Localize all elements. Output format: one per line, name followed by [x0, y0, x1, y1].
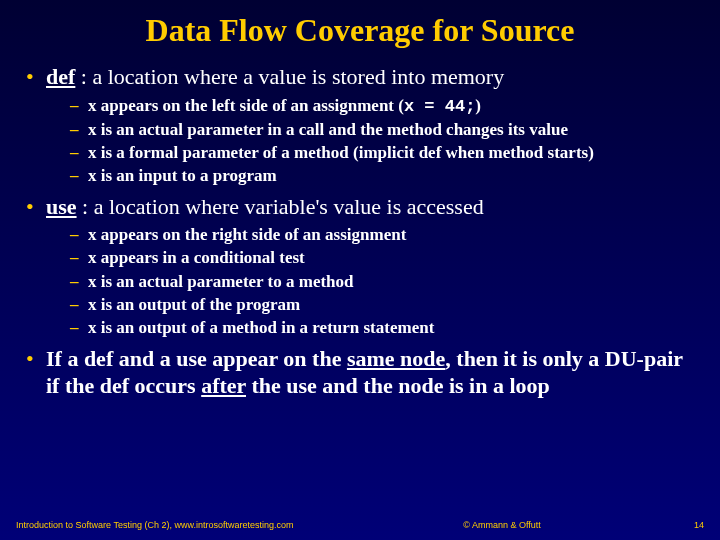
- list-item: –x is a formal parameter of a method (im…: [70, 142, 700, 164]
- sub-list-use: –x appears on the right side of an assig…: [26, 224, 700, 338]
- sub-text: x is an actual parameter in a call and t…: [88, 119, 568, 141]
- lb-p1: If a def and a use appear on the: [46, 346, 347, 371]
- bullet-text: use : a location where variable's value …: [46, 193, 484, 221]
- term-use: use: [46, 194, 77, 219]
- dash-icon: –: [70, 247, 88, 269]
- dash-icon: –: [70, 294, 88, 316]
- rest-def: : a location where a value is stored int…: [75, 64, 504, 89]
- list-item: –x is an output of a method in a return …: [70, 317, 700, 339]
- bullet-text: def : a location where a value is stored…: [46, 63, 504, 91]
- dash-icon: –: [70, 119, 88, 141]
- sub-text: x appears in a conditional test: [88, 247, 305, 269]
- dash-icon: –: [70, 165, 88, 187]
- code-fragment: x = 44;: [404, 97, 475, 116]
- list-item: –x is an actual parameter in a call and …: [70, 119, 700, 141]
- sub-text: x is an output of the program: [88, 294, 300, 316]
- sub-text: x appears on the left side of an assignm…: [88, 95, 481, 118]
- sub-text: x is a formal parameter of a method (imp…: [88, 142, 594, 164]
- sub-text: x is an output of a method in a return s…: [88, 317, 434, 339]
- lb-u2: after: [201, 373, 246, 398]
- bullet-text: If a def and a use appear on the same no…: [46, 345, 700, 400]
- lb-u1: same node: [347, 346, 445, 371]
- footer-page-number: 14: [664, 520, 704, 530]
- slide-title: Data Flow Coverage for Source: [20, 12, 700, 49]
- sub-pre: x appears on the left side of an assignm…: [88, 96, 404, 115]
- dash-icon: –: [70, 224, 88, 246]
- list-item: –x is an actual parameter to a method: [70, 271, 700, 293]
- list-item: –x appears on the right side of an assig…: [70, 224, 700, 246]
- footer: Introduction to Software Testing (Ch 2),…: [0, 520, 720, 530]
- dash-icon: –: [70, 142, 88, 164]
- sub-post: ): [475, 96, 481, 115]
- sub-list-def: –x appears on the left side of an assign…: [26, 95, 700, 187]
- bullet-row: • use : a location where variable's valu…: [26, 193, 700, 221]
- list-item: –x appears on the left side of an assign…: [70, 95, 700, 118]
- bullet-icon: •: [26, 345, 46, 373]
- list-item: –x appears in a conditional test: [70, 247, 700, 269]
- bullet-row: • def : a location where a value is stor…: [26, 63, 700, 91]
- bullet-du-pair: • If a def and a use appear on the same …: [26, 345, 700, 400]
- bullet-icon: •: [26, 193, 46, 221]
- bullet-row: • If a def and a use appear on the same …: [26, 345, 700, 400]
- dash-icon: –: [70, 95, 88, 117]
- list-item: –x is an output of the program: [70, 294, 700, 316]
- footer-left: Introduction to Software Testing (Ch 2),…: [16, 520, 340, 530]
- sub-text: x is an input to a program: [88, 165, 277, 187]
- slide: Data Flow Coverage for Source • def : a …: [0, 0, 720, 540]
- bullet-icon: •: [26, 63, 46, 91]
- sub-text: x appears on the right side of an assign…: [88, 224, 406, 246]
- term-def: def: [46, 64, 75, 89]
- rest-use: : a location where variable's value is a…: [77, 194, 484, 219]
- footer-center: © Ammann & Offutt: [340, 520, 664, 530]
- dash-icon: –: [70, 271, 88, 293]
- list-item: –x is an input to a program: [70, 165, 700, 187]
- lb-p3: the use and the node is in a loop: [246, 373, 550, 398]
- dash-icon: –: [70, 317, 88, 339]
- bullet-def: • def : a location where a value is stor…: [26, 63, 700, 187]
- bullet-list: • def : a location where a value is stor…: [20, 63, 700, 400]
- bullet-use: • use : a location where variable's valu…: [26, 193, 700, 339]
- sub-text: x is an actual parameter to a method: [88, 271, 354, 293]
